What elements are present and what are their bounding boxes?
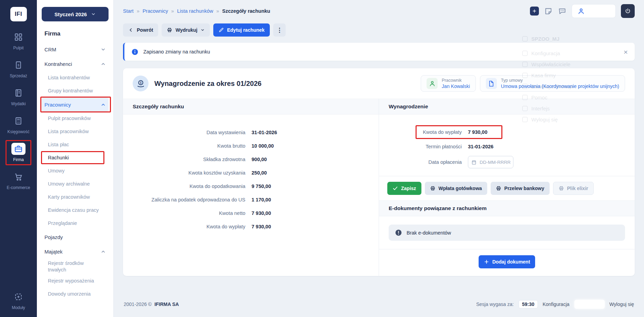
month-selector[interactable]: Styczeń 2026 [42,7,109,21]
breadcrumb-current: Szczegóły rachunku [222,8,270,14]
accounting-calculator-icon [11,115,25,127]
invoice-card: $ Wynagrodzenie za okres 01/2026 Pracown… [123,68,635,276]
contract-chip[interactable]: Typ umowy Umowa powołania (Koordynowanie… [480,75,625,92]
menu-item-ewidencja-czasu-pracy[interactable]: Ewidencja czasu pracy [42,204,109,217]
bank-transfer-button[interactable]: Przelew bankowy [491,182,550,195]
logout-link[interactable]: Wyloguj się [610,301,634,307]
add-document-button[interactable]: Dodaj dokument [479,255,535,268]
detail-row: Data wystawienia31-01-2026 [133,126,369,139]
menu-item-dowody-umorzenia[interactable]: Dowody umorzenia [42,288,109,301]
employee-name-link[interactable]: Jan Kowalski [442,83,470,89]
printer-icon [430,186,436,191]
amount-due-value: 7 930,00 [468,129,487,135]
sidebar-item-firma[interactable]: Firma [11,143,25,162]
support-chat-button[interactable] [558,7,566,16]
svg-text:$: $ [18,63,20,67]
menu-section-heading: Firma [42,30,109,37]
menu-item-rachunki[interactable]: Rachunki [42,151,109,164]
sidebar-item-sprzedaz[interactable]: $ Sprzedaż [10,59,27,78]
contract-label: Typ umowy [501,78,619,83]
back-button[interactable]: Powrót [123,23,158,37]
menu-item-umowy[interactable]: Umowy [42,164,109,177]
app-root: IFI Pulpit $ Sprzedaż Wydatki [0,0,644,317]
breadcrumb-lista-rachunkow[interactable]: Lista rachunków [177,8,213,14]
expenses-journal-icon [11,87,25,99]
logout-power-button[interactable] [621,4,635,18]
briefcase-icon [11,143,25,155]
print-button[interactable]: Wydrukuj [162,23,210,37]
menu-item-lista-pracownikow[interactable]: Lista pracowników [42,125,109,138]
sidebar-item-ecommerce[interactable]: E-commerce [7,171,30,190]
sidebar-item-label: Księgowość [7,129,29,134]
employee-label: Pracownik [442,78,470,83]
paid-date-input[interactable] [468,156,513,168]
notes-button[interactable] [544,7,553,16]
menu-item-grupy-kontrahentow[interactable]: Grupy kontrahentów [42,84,109,97]
sidebar-item-wydatki[interactable]: Wydatki [11,87,26,106]
app-logo-text: IFI [15,11,22,18]
payment-section-title: Wynagrodzenie [379,99,635,115]
more-actions-button[interactable]: ⋮ [273,23,286,37]
main-content: SPZOO_MJ Konfiguracja Współwłaściciele K… [114,0,644,317]
chat-bubble-icon [558,7,566,16]
dashboard-grid-icon [11,31,25,43]
sidebar-item-pulpit[interactable]: Pulpit [11,31,25,50]
menu-item-lista-plac[interactable]: Lista płac [42,138,109,151]
page-title: Wynagrodzenie za okres 01/2026 [154,80,262,88]
menu-item-pulpit-pracownikow[interactable]: Pulpit pracowników [42,112,109,125]
breadcrumb-start[interactable]: Start [123,8,134,14]
menu-item-umowy-archiwalne[interactable]: Umowy archiwalne [42,177,109,190]
edit-invoice-button[interactable]: Edytuj rachunek [213,23,270,37]
menu-item-rejestr-wyposazenia[interactable]: Rejestr wyposażenia [42,275,109,288]
payment-actions: Zapisz Wpłata gotówkowa Przelew bankowy [379,176,635,200]
month-selector-label: Styczeń 2026 [54,11,87,17]
contract-type-link[interactable]: Umowa powołania (Koordynowanie projektów… [501,83,619,89]
details-column: Szczegóły rachunku Data wystawienia31-01… [123,99,379,276]
sidebar-item-moduly[interactable]: Moduły [11,291,25,310]
save-button[interactable]: Zapisz [387,182,421,195]
modules-icon [11,291,25,303]
icon-sidebar: IFI Pulpit $ Sprzedaż Wydatki [0,0,37,317]
top-actions [530,4,635,18]
menu-item-rejestr-srodkow-trwalych[interactable]: Rejestr środków trwałych [42,259,109,275]
printer-icon [559,186,564,191]
sidebar-item-label: Pulpit [13,46,23,50]
brand-link[interactable]: IFIRMA SA [154,301,179,307]
icon-nav: Pulpit $ Sprzedaż Wydatki Księgowość [0,31,37,311]
menu-item-lista-kontrahentow[interactable]: Lista kontrahentów [42,71,109,84]
config-link[interactable]: Konfiguracja [543,301,570,307]
plus-icon [484,259,489,265]
cash-payment-button[interactable]: Wpłata gotówkowa [425,182,487,195]
app-logo[interactable]: IFI [10,7,27,21]
menu-item-majatek[interactable]: Majątek [42,244,109,259]
menu-item-crm[interactable]: CRM [42,42,109,57]
alert-close-icon[interactable]: × [624,48,628,56]
menu-item-przegladanie[interactable]: Przeglądanie [42,217,109,230]
menu-item-karty-pracownikow[interactable]: Karty pracowników [42,190,109,204]
profile-menu-button[interactable] [572,4,616,18]
chevron-up-icon [101,102,106,107]
menu-item-pojazdy[interactable]: Pojazdy [42,230,109,244]
employee-chip[interactable]: Pracownik Jan Kowalski [421,75,476,92]
sidebar-item-ksiegowosc[interactable]: Księgowość [7,115,29,134]
ghost-people-icon [522,62,528,67]
edocs-section-title: E-dokumenty powiązane z rachunkiem [379,200,635,216]
menu-item-kontrahenci[interactable]: Kontrahenci [42,57,109,71]
chevron-up-icon [101,249,106,254]
header-chips: Pracownik Jan Kowalski Typ umowy Umowa p… [421,75,625,92]
detail-row: Kwota do opodatkowania9 750,00 [133,179,369,193]
breadcrumb-pracownicy[interactable]: Pracownicy [143,8,168,14]
chevron-down-icon [201,28,205,32]
elixir-file-button[interactable]: Plik elixir [553,182,594,195]
quick-add-button[interactable] [530,7,539,16]
note-icon [544,7,553,16]
menu-item-pracownicy[interactable]: Pracownicy [42,97,109,112]
sidebar-item-label: Sprzedaż [10,73,27,78]
salary-money-icon: $ [133,76,149,91]
breadcrumb-separator: » [137,8,140,14]
detail-row: Kwota kosztów uzyskania250,00 [133,166,369,179]
success-alert: Zapisano zmiany na rachunku × [123,43,635,61]
printer-icon [167,27,172,33]
due-date-row: Termin płatności 31-01-2026 [389,139,625,154]
due-date-value: 31-01-2026 [468,144,493,149]
